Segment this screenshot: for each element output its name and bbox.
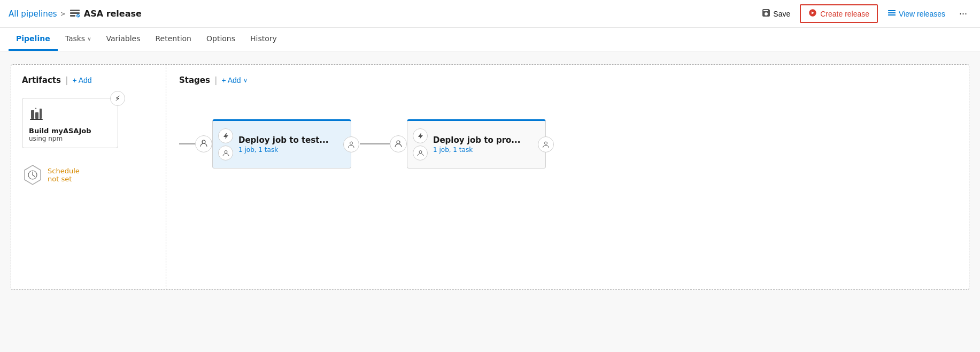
stages-content: Deploy job to test... 1 job, 1 task: [179, 119, 956, 169]
svg-rect-1: [70, 12, 80, 14]
create-release-label: Create release: [820, 10, 869, 18]
stage2-post-approval[interactable]: [538, 136, 554, 152]
artifact-stage-connector: [179, 143, 195, 144]
tab-variables-label: Variables: [106, 34, 140, 43]
stages-section-header: Stages | + Add ∨: [179, 75, 956, 85]
stage2-icons: [413, 128, 428, 160]
svg-point-16: [225, 150, 227, 153]
stage2-title: Deploy job to pro...: [433, 135, 540, 145]
stage2-person-icon: [413, 146, 428, 160]
stage1-card[interactable]: Deploy job to test... 1 job, 1 task: [212, 119, 351, 169]
svg-point-18: [397, 141, 400, 144]
stages-label: Stages: [179, 75, 210, 85]
svg-rect-4: [888, 10, 896, 11]
svg-rect-0: [70, 10, 80, 11]
stages-add-button[interactable]: + Add ∨: [221, 76, 247, 85]
stages-add-label: + Add: [221, 76, 241, 85]
more-options-button[interactable]: ···: [955, 5, 971, 22]
tasks-chevron-icon: ∨: [87, 36, 91, 42]
breadcrumb-separator: >: [60, 10, 66, 18]
svg-point-17: [350, 142, 353, 144]
pipeline-icon: [69, 7, 81, 21]
svg-rect-2: [70, 15, 75, 17]
artifact-trigger-button[interactable]: ⚡: [110, 91, 125, 106]
stage2-card[interactable]: Deploy job to pro... 1 job, 1 task: [407, 119, 546, 169]
person-icon: [199, 139, 208, 149]
svg-rect-10: [30, 119, 43, 120]
save-button[interactable]: Save: [757, 5, 796, 22]
tab-history[interactable]: History: [243, 28, 284, 51]
tab-options-label: Options: [206, 34, 235, 43]
stages-panel: Stages | + Add ∨: [166, 65, 969, 289]
artifact-card[interactable]: ⚡ Build myASAJob using npm: [22, 98, 118, 148]
svg-point-19: [419, 150, 422, 153]
stage-connector: [360, 143, 390, 144]
tab-pipeline-label: Pipeline: [16, 34, 50, 43]
view-releases-icon: [888, 9, 896, 19]
stage1-person-icon: [218, 146, 233, 160]
stage1-sub: 1 job, 1 task: [238, 146, 345, 154]
stage1-pre-approval[interactable]: [195, 135, 212, 152]
schedule-label-line2: not set: [48, 175, 80, 183]
view-releases-label: View releases: [899, 10, 945, 18]
artifact-sub: using npm: [29, 135, 111, 142]
stage2-lightning-icon: [413, 128, 428, 143]
lightning-icon: ⚡: [115, 94, 120, 103]
artifacts-add-button[interactable]: + Add: [72, 76, 91, 85]
svg-rect-5: [888, 12, 896, 13]
stage2-info: Deploy job to pro... 1 job, 1 task: [433, 135, 540, 154]
stage1-lightning-icon: [218, 128, 233, 143]
create-release-button[interactable]: Create release: [800, 4, 878, 23]
tab-pipeline[interactable]: Pipeline: [9, 28, 58, 51]
nav-tabs: Pipeline Tasks ∨ Variables Retention Opt…: [0, 28, 980, 51]
main-canvas: Artifacts | + Add ⚡: [0, 51, 980, 352]
schedule-label: Schedule not set: [48, 167, 80, 183]
tab-retention[interactable]: Retention: [148, 28, 199, 51]
stage1-info: Deploy job to test... 1 job, 1 task: [238, 135, 345, 154]
create-release-icon: [808, 9, 817, 19]
header-actions: Save Create release View releases ···: [757, 4, 971, 23]
pipeline-name: ASA release: [84, 9, 142, 19]
tab-history-label: History: [250, 34, 277, 43]
stages-add-chevron-icon: ∨: [243, 77, 248, 84]
all-pipelines-link[interactable]: All pipelines: [9, 9, 57, 19]
breadcrumb: All pipelines > ASA release: [9, 7, 142, 21]
pipeline-canvas: Artifacts | + Add ⚡: [11, 64, 969, 290]
artifacts-divider: |: [65, 75, 68, 85]
schedule-box[interactable]: Schedule not set: [22, 164, 155, 186]
stage2-sub: 1 job, 1 task: [433, 146, 540, 154]
svg-point-15: [202, 140, 205, 143]
svg-rect-9: [40, 109, 42, 119]
tab-tasks[interactable]: Tasks ∨: [58, 28, 99, 51]
stage1-card-inner: Deploy job to test... 1 job, 1 task: [213, 121, 351, 168]
svg-point-20: [545, 142, 547, 144]
stage1-title: Deploy job to test...: [238, 135, 345, 145]
artifacts-section-header: Artifacts | + Add: [22, 75, 155, 85]
stage1-post-approval[interactable]: [343, 136, 359, 152]
tab-options[interactable]: Options: [199, 28, 243, 51]
artifact-build-icon: [29, 106, 111, 124]
stage2-card-inner: Deploy job to pro... 1 job, 1 task: [407, 121, 545, 168]
artifact-name: Build myASAJob: [29, 127, 111, 135]
stage1-icons: [218, 128, 233, 160]
artifacts-panel: Artifacts | + Add ⚡: [11, 65, 166, 289]
svg-rect-6: [888, 14, 896, 16]
artifacts-add-label: + Add: [72, 76, 91, 85]
tab-tasks-label: Tasks: [65, 34, 86, 43]
more-icon: ···: [959, 8, 967, 19]
svg-rect-7: [31, 110, 34, 119]
save-label: Save: [773, 10, 790, 18]
header: All pipelines > ASA release Save Cr: [0, 0, 980, 28]
tab-variables[interactable]: Variables: [98, 28, 148, 51]
view-releases-button[interactable]: View releases: [882, 5, 951, 22]
schedule-label-line1: Schedule: [48, 167, 80, 175]
stages-divider: |: [214, 75, 217, 85]
artifacts-label: Artifacts: [22, 75, 61, 85]
stage2-pre-approval[interactable]: [390, 135, 407, 152]
svg-rect-8: [35, 112, 38, 119]
save-icon: [762, 9, 770, 19]
tab-retention-label: Retention: [155, 34, 191, 43]
